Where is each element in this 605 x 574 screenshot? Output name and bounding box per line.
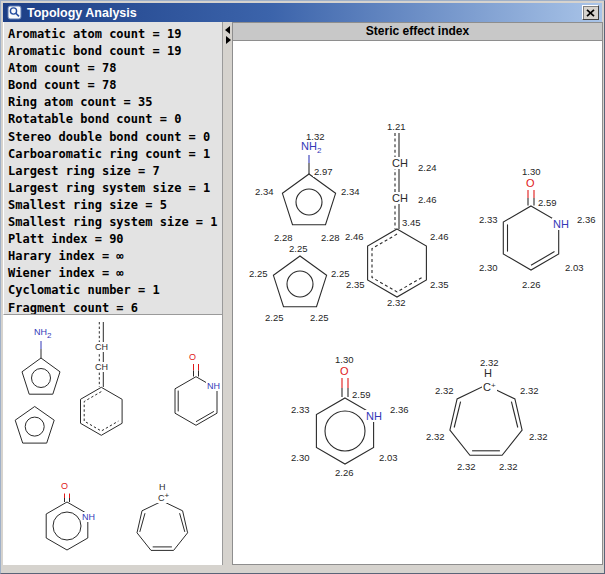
thumb-tropylium <box>137 501 188 550</box>
amine-symbol: NH <box>34 327 47 337</box>
stat-line: Platt index = 90 <box>8 231 222 248</box>
stat-line: Atom count = 78 <box>8 60 222 77</box>
sei-value: 2.33 <box>290 405 311 415</box>
amine-label: NH2 <box>33 327 52 340</box>
plus-charge: + <box>491 381 496 390</box>
amine-label: NH2 <box>300 140 322 155</box>
topology-analysis-window: Topology Analysis Aromatic atom count = … <box>0 0 605 574</box>
oxygen-label: O <box>60 481 69 491</box>
stat-line: Ring atom count = 35 <box>8 94 222 111</box>
nh-label: NH <box>365 410 383 422</box>
thumb-cumulene-benzene <box>81 322 123 435</box>
stat-line: Rotatable bond count = 0 <box>8 111 222 128</box>
sei-value: 2.28 <box>273 233 294 243</box>
sei-value: 2.25 <box>264 313 285 323</box>
sei-value: 2.32 <box>519 386 540 396</box>
sei-value-ipso: 3.45 <box>401 218 422 228</box>
sei-value: 2.36 <box>389 405 410 415</box>
sei-value: 2.25 <box>309 313 330 323</box>
carbocation-label: C+ <box>482 381 497 393</box>
stat-line: Largest ring system size = 1 <box>8 180 222 197</box>
sei-value: 2.03 <box>378 453 399 463</box>
hydrogen-label: H <box>483 367 493 379</box>
sei-value: 2.32 <box>528 432 549 442</box>
stat-line: Carboaromatic ring count = 1 <box>8 146 222 163</box>
oxygen-label: O <box>339 365 350 377</box>
molecule-thumbnails-panel: NH2 CH CH O NH O NH H C+ <box>3 315 223 565</box>
carbocation-label: C+ <box>157 492 170 503</box>
sei-value: 2.25 <box>288 244 309 254</box>
steric-structures <box>233 41 604 565</box>
steric-effect-index-header: Steric effect index <box>232 22 603 41</box>
sei-value: 2.32 <box>434 386 455 396</box>
sei-value: 2.26 <box>334 468 355 478</box>
sei-value: 2.46 <box>344 232 365 242</box>
close-button[interactable] <box>582 5 599 20</box>
steric-effect-canvas: 1.32 NH2 2.97 2.34 2.34 2.28 2.28 2.25 2… <box>232 41 603 565</box>
sei-cyclopentadienyl <box>273 256 326 307</box>
amine-subscript: 2 <box>47 331 51 340</box>
sei-value: 2.34 <box>254 187 275 197</box>
split-pane-divider[interactable] <box>224 22 232 565</box>
sei-value: 2.33 <box>478 215 499 225</box>
left-arrow-icon[interactable] <box>225 26 230 34</box>
sei-value: 2.59 <box>351 390 372 400</box>
sei-amino-cyclopentadienyl <box>282 153 335 225</box>
amine-symbol: NH <box>301 140 317 152</box>
sei-value: 2.28 <box>320 233 341 243</box>
stat-line: Stereo double bond count = 0 <box>8 129 222 146</box>
sei-tropylium <box>450 385 522 455</box>
stat-line: Largest ring size = 7 <box>8 163 222 180</box>
sei-value: 2.25 <box>330 269 351 279</box>
sei-value: 2.35 <box>429 280 450 290</box>
close-x-icon <box>586 9 595 17</box>
ch-label: CH <box>391 192 409 204</box>
sei-value: 2.46 <box>429 232 450 242</box>
carbon-symbol: C <box>483 381 491 393</box>
nh-label: NH <box>206 381 221 391</box>
sei-value-oxygen: 1.30 <box>334 355 355 365</box>
sei-value: 2.32 <box>498 462 519 472</box>
stat-line: Fragment count = 6 <box>8 300 222 316</box>
sei-value: 2.25 <box>248 269 269 279</box>
sei-value: 2.32 <box>386 298 407 308</box>
sei-value-terminal: 1.21 <box>386 122 407 132</box>
sei-value: 2.24 <box>417 163 438 173</box>
sei-value: 2.26 <box>521 280 542 290</box>
ch-label: CH <box>94 342 109 352</box>
stat-line: Cyclomatic number = 1 <box>8 282 222 299</box>
sei-value: 2.30 <box>290 453 311 463</box>
right-arrow-icon[interactable] <box>226 36 231 44</box>
stat-line: Aromatic atom count = 19 <box>8 26 222 43</box>
sei-value: 2.36 <box>576 215 597 225</box>
thumb-cyclopentadienyl <box>15 407 54 444</box>
stat-line: Aromatic bond count = 19 <box>8 43 222 60</box>
ch-label: CH <box>391 157 409 169</box>
sei-value: 2.32 <box>425 432 446 442</box>
plus-charge: + <box>165 491 170 500</box>
sei-value: 2.34 <box>340 187 361 197</box>
stat-line: Harary index = ∞ <box>8 248 222 265</box>
nh-label: NH <box>81 512 96 522</box>
amine-subscript: 2 <box>317 146 321 155</box>
sei-value: 2.59 <box>537 198 558 208</box>
stat-line: Wiener index = ∞ <box>8 265 222 282</box>
sei-value-ipso: 2.97 <box>313 167 334 177</box>
sei-value: 2.35 <box>345 280 366 290</box>
stat-line: Smallest ring size = 5 <box>8 197 222 214</box>
sei-value: 2.46 <box>417 195 438 205</box>
sei-value: 2.32 <box>456 462 477 472</box>
titlebar[interactable]: Topology Analysis <box>3 3 602 22</box>
stat-line: Smallest ring system size = 1 <box>8 214 222 231</box>
thumb-pyridone-kekule <box>175 364 217 425</box>
sei-value: 2.03 <box>564 263 585 273</box>
oxygen-label: O <box>525 177 536 189</box>
stat-line: Bond count = 78 <box>8 77 222 94</box>
magnifier-document-icon <box>7 5 23 21</box>
sei-value: 2.30 <box>478 263 499 273</box>
sei-value-oxygen: 1.30 <box>521 167 542 177</box>
topology-stats-panel: Aromatic atom count = 19 Aromatic bond c… <box>3 22 223 315</box>
window-title: Topology Analysis <box>27 6 582 20</box>
ch-label: CH <box>94 362 109 372</box>
thumb-amino-cyclopentadienyl <box>22 341 60 394</box>
